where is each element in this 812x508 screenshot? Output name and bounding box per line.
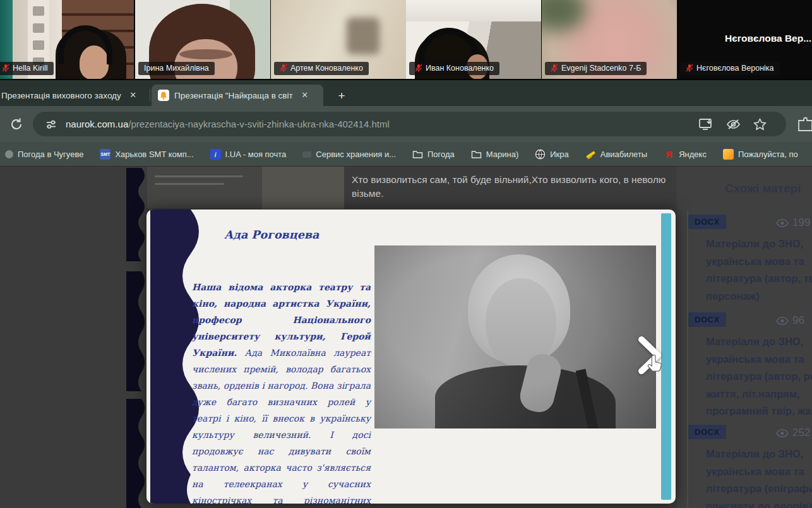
video-participant-strip: Hella Kirill Ірина Михайлівна Артем Коно…	[0, 0, 812, 80]
yandex-icon: Я	[664, 149, 674, 160]
participant-name: Hella Kirill	[13, 64, 48, 73]
globe-icon	[535, 149, 546, 160]
tab-presentation-1[interactable]: Презентація виховного заходу ✕	[0, 85, 152, 106]
similar-material-item[interactable]: DOCX 199 Матеріали до ЗНО,українська мов…	[677, 215, 812, 309]
tab-presentation-2-active[interactable]: Презентація "Найкраща в світ ✕	[152, 85, 323, 106]
tab-close-icon[interactable]: ✕	[299, 90, 311, 101]
tab-title: Презентація виховного заходу	[1, 91, 121, 100]
reload-icon[interactable]	[9, 117, 24, 132]
folder-icon	[412, 149, 423, 160]
ticket-icon	[585, 149, 596, 160]
participant-name-badge: Артем Коноваленко	[274, 62, 369, 75]
browser-toolbar: naurok.com.ua/prezentaciya-naykrascha-v-…	[0, 106, 812, 142]
video-tile-hella-kirill[interactable]: Hella Kirill	[0, 0, 134, 79]
participant-name-badge: Evgenij Stadcenko 7-Б	[545, 62, 647, 75]
tab-close-icon[interactable]: ✕	[128, 90, 139, 101]
folder-icon	[471, 149, 482, 160]
bookmark-pogoda-chuguev[interactable]: Погода в Чугуеве	[5, 150, 83, 159]
participant-display-name: Нєговєлова Вер...	[725, 33, 811, 44]
eye-icon	[776, 429, 789, 437]
bookmark-aviabilety[interactable]: Авиабилеты	[585, 149, 647, 160]
tab-title: Презентація "Найкраща в світ	[174, 91, 293, 100]
video-tile-ivan-konovalenko[interactable]: Иван Коноваленко	[406, 0, 541, 79]
extensions-icon[interactable]	[797, 117, 812, 132]
hand-cursor-icon	[647, 353, 666, 374]
similar-material-item[interactable]: DOCX 96 Матеріали до ЗНО,українська мова…	[677, 312, 812, 423]
slide-title: Ада Роговцева	[224, 228, 319, 241]
install-app-icon[interactable]	[698, 117, 714, 131]
smt-icon: SMT	[100, 149, 110, 160]
mic-muted-icon	[415, 64, 422, 73]
docx-badge: DOCX	[688, 312, 726, 327]
slide-photo-ada-rogovtseva	[374, 245, 656, 428]
new-tab-button[interactable]: +	[333, 88, 350, 104]
site-icon	[302, 151, 311, 158]
bookmark-folder-marina[interactable]: Марина)	[471, 149, 518, 160]
slide-body-text: Наша відома акторка театру та кіно, наро…	[192, 279, 371, 504]
slide-thumbnail[interactable]	[126, 399, 149, 508]
bookmark-storage-service[interactable]: Сервис хранения и...	[302, 150, 396, 159]
dimmed-slide-preview[interactable]	[262, 167, 344, 209]
address-bar[interactable]: naurok.com.ua/prezentaciya-naykrascha-v-…	[33, 112, 786, 136]
url-text[interactable]: naurok.com.ua/prezentaciya-naykrascha-v-…	[66, 119, 390, 129]
participant-name-badge: Hella Kirill	[0, 62, 54, 75]
browser-tab-strip: Презентація виховного заходу ✕ Презентац…	[0, 80, 812, 106]
docx-badge: DOCX	[688, 425, 726, 439]
eye-icon	[776, 219, 789, 227]
participant-name: Артем Коноваленко	[290, 64, 363, 73]
view-count: 96	[776, 314, 804, 327]
participant-name: Нєговєлова Вероніка	[696, 64, 774, 73]
slide-thumbnail[interactable]	[126, 271, 149, 391]
site-info-icon[interactable]	[44, 117, 58, 131]
view-count: 199	[776, 216, 810, 229]
dimmed-slide-preview[interactable]	[147, 167, 262, 208]
view-count: 252	[776, 427, 810, 439]
bookmark-iua-mail[interactable]: iI.UA - моя почта	[210, 149, 287, 160]
bookmark-star-icon[interactable]	[753, 117, 767, 131]
iua-icon: i	[210, 149, 221, 160]
screen: Hella Kirill Ірина Михайлівна Артем Коно…	[0, 0, 812, 508]
video-tile-negovelova-veronika[interactable]: Нєговєлова Вер... Нєговєлова Вероніка	[677, 0, 812, 79]
bookmark-yandex[interactable]: ЯЯндекс	[664, 149, 707, 160]
similar-materials-sidebar: Схожі матері DOCX 199 Матеріали до ЗНО,у…	[677, 167, 812, 508]
material-link[interactable]: Матеріали до ЗНО,українська мова талітер…	[706, 235, 812, 305]
bookmark-folder-pogoda[interactable]: Погода	[412, 149, 455, 160]
sidebar-heading: Схожі матері	[725, 182, 801, 196]
material-link[interactable]: Матеріали до ЗНО,українська мова талітер…	[706, 333, 812, 420]
mic-muted-icon	[551, 64, 558, 73]
eye-icon	[776, 317, 789, 325]
slide-lightbox: Ада Роговцева Наша відома акторка театру…	[146, 210, 676, 504]
participant-name-badge: Иван Коноваленко	[409, 62, 499, 75]
participant-name: Ірина Михайлівна	[144, 64, 209, 73]
participant-name: Evgenij Stadcenko 7-Б	[561, 64, 641, 73]
hidden-eye-icon[interactable]	[725, 117, 741, 131]
bookmark-ikra[interactable]: Икра	[535, 149, 569, 160]
site-icon	[5, 150, 13, 158]
participant-name-badge: Нєговєлова Вероніка	[680, 62, 780, 75]
video-tile-artem-konovalenko[interactable]: Артем Коноваленко	[271, 0, 406, 79]
naurok-bell-favicon	[158, 90, 169, 101]
mic-muted-icon	[280, 64, 287, 73]
video-tile-irina-mykhailivna[interactable]: Ірина Михайлівна	[135, 0, 270, 79]
bookmarks-bar: Погода в Чугуеве SMTХарьков SMT комп... …	[0, 142, 812, 167]
participant-name: Иван Коноваленко	[426, 64, 494, 73]
docx-badge: DOCX	[688, 215, 726, 229]
webpage-dimmed-background: Хто визволиться сам, той буде вільний,Хт…	[0, 167, 812, 508]
material-link[interactable]: Матеріали до ЗНО,українська мова талітер…	[706, 446, 812, 508]
bookmark-pozhaluysta[interactable]: Пожалуйста, по	[723, 149, 798, 160]
similar-material-item[interactable]: DOCX 252 Матеріали до ЗНО,українська мов…	[677, 425, 812, 508]
video-tile-evgenij-stadcenko[interactable]: Evgenij Stadcenko 7-Б	[542, 0, 677, 79]
participant-name-badge: Ірина Михайлівна	[138, 62, 215, 75]
site-icon	[723, 149, 734, 160]
slide-description-text: Хто визволиться сам, той буде вільний,Хт…	[352, 173, 678, 201]
mic-muted-icon	[686, 64, 693, 73]
bookmark-kharkov-smt[interactable]: SMTХарьков SMT комп...	[100, 149, 193, 160]
slide-thumbnail[interactable]	[126, 168, 149, 261]
mic-muted-icon	[2, 64, 9, 73]
